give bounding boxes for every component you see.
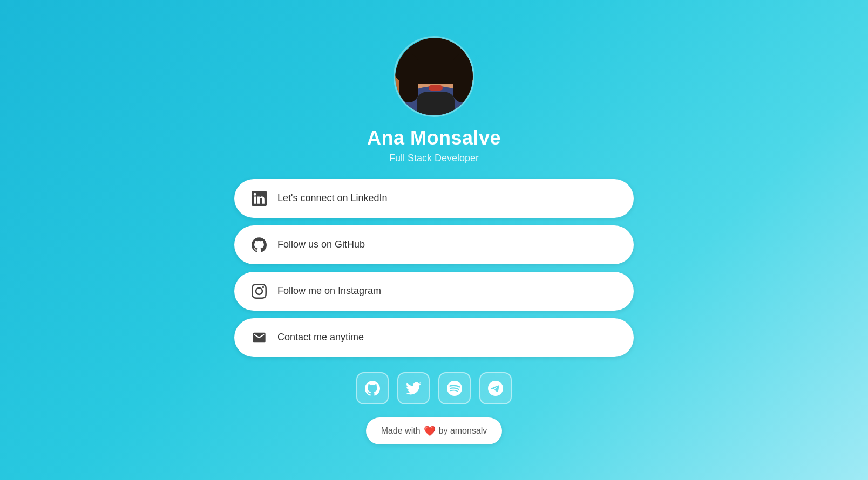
github-social-icon [365, 381, 380, 396]
profile-section: Ana Monsalve Full Stack Developer [367, 36, 501, 164]
links-container: Let's connect on LinkedIn Follow us on G… [234, 179, 634, 357]
spotify-social-button[interactable] [438, 372, 471, 404]
twitter-social-button[interactable] [397, 372, 430, 404]
github-icon [250, 236, 268, 253]
heart-icon: ❤️ [424, 425, 436, 437]
twitter-social-icon [406, 381, 421, 396]
footer-badge: Made with ❤️ by amonsalv [366, 417, 503, 444]
linkedin-link-button[interactable]: Let's connect on LinkedIn [234, 179, 634, 218]
footer-text-before: Made with [381, 426, 421, 436]
profile-title: Full Stack Developer [389, 153, 479, 164]
instagram-link-button[interactable]: Follow me on Instagram [234, 272, 634, 311]
linkedin-link-label: Let's connect on LinkedIn [277, 193, 388, 204]
spotify-social-icon [447, 381, 462, 396]
footer-text-after: by amonsalv [439, 426, 487, 436]
email-link-label: Contact me anytime [277, 332, 364, 343]
github-link-button[interactable]: Follow us on GitHub [234, 225, 634, 264]
telegram-social-button[interactable] [479, 372, 512, 404]
email-link-button[interactable]: Contact me anytime [234, 318, 634, 357]
github-link-label: Follow us on GitHub [277, 239, 365, 250]
social-icons-row [356, 372, 512, 404]
avatar-container [394, 36, 474, 117]
email-icon [250, 329, 268, 346]
instagram-link-label: Follow me on Instagram [277, 285, 381, 297]
profile-name: Ana Monsalve [367, 127, 501, 149]
telegram-social-icon [488, 381, 503, 396]
instagram-icon [250, 283, 268, 300]
github-social-button[interactable] [356, 372, 389, 404]
linkedin-icon [250, 190, 268, 207]
